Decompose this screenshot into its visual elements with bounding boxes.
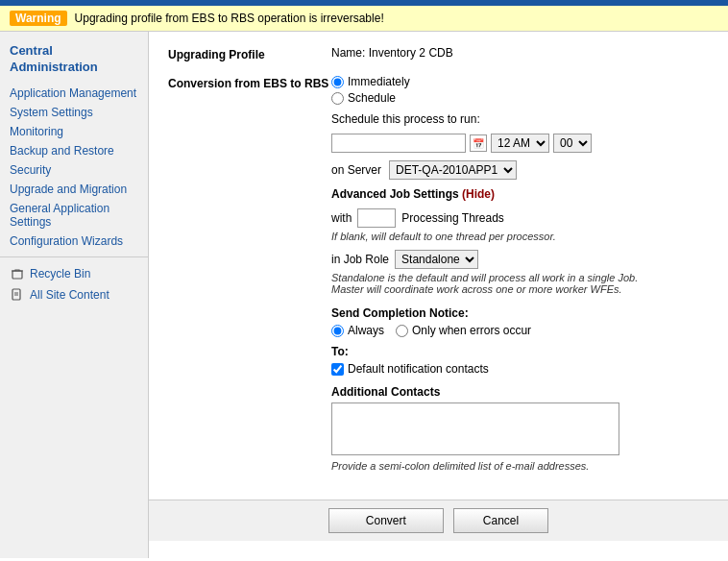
threads-hint: If blank, will default to one thread per… — [331, 231, 709, 242]
additional-contacts-label: Additional Contacts — [331, 385, 709, 399]
jobrole-select[interactable]: StandaloneMaster — [395, 250, 478, 269]
sidebar-item-application-management[interactable]: Application Management — [0, 84, 148, 103]
sidebar-item-security[interactable]: Security — [0, 160, 148, 180]
server-select[interactable]: DET-QA-2010APP1 — [389, 160, 517, 180]
radio-always-label[interactable]: Always — [331, 324, 384, 337]
default-contacts-label: Default notification contacts — [348, 362, 489, 376]
sidebar-item-monitoring[interactable]: Monitoring — [0, 122, 148, 141]
radio-errors-text: Only when errors occur — [412, 324, 531, 337]
conversion-row: Conversion from EBS to RBS Immediately S… — [168, 75, 709, 472]
server-label: on Server — [331, 163, 381, 177]
sidebar-item-all-site-label: All Site Content — [30, 288, 109, 302]
radio-always-text: Always — [348, 324, 384, 337]
additional-contacts-hint: Provide a semi-colon delimited list of e… — [331, 460, 709, 472]
server-row: on Server DET-QA-2010APP1 — [331, 160, 709, 180]
jobrole-row: in Job Role StandaloneMaster — [331, 250, 709, 269]
recycle-icon — [10, 266, 25, 281]
sidebar-item-general-application-settings[interactable]: General Application Settings — [0, 199, 148, 232]
completion-options: Always Only when errors occur — [331, 324, 709, 337]
send-completion-label: Send Completion Notice: — [331, 306, 709, 320]
conversion-options: Immediately Schedule Schedule this proce… — [331, 75, 709, 472]
time-hour-select[interactable]: 12 AM1 AM2 AM6 AM12 PM — [491, 134, 549, 153]
upgrading-profile-label: Upgrading Profile — [168, 46, 331, 61]
threads-label: Processing Threads — [401, 211, 504, 225]
conversion-label: Conversion from EBS to RBS — [168, 75, 331, 472]
advanced-hide-link[interactable]: (Hide) — [462, 187, 495, 201]
sidebar-item-recycle-bin[interactable]: Recycle Bin — [0, 263, 148, 284]
to-section: To: Default notification contacts — [331, 345, 709, 376]
sidebar-divider — [0, 256, 148, 257]
sidebar-item-all-site-content[interactable]: All Site Content — [0, 284, 148, 305]
sidebar-item-system-settings[interactable]: System Settings — [0, 103, 148, 122]
threads-input[interactable] — [357, 208, 396, 228]
radio-always[interactable] — [331, 325, 344, 337]
sidebar-item-configuration-wizards[interactable]: Configuration Wizards — [0, 232, 148, 251]
with-label: with — [331, 211, 352, 225]
sidebar-item-upgrade-migration[interactable]: Upgrade and Migration — [0, 180, 148, 199]
profile-name: Name: Inventory 2 CDB — [331, 46, 709, 61]
default-contacts-row: Default notification contacts — [331, 362, 709, 376]
footer-buttons: Convert Cancel — [149, 500, 728, 541]
default-contacts-checkbox[interactable] — [331, 363, 344, 376]
radio-errors-label[interactable]: Only when errors occur — [396, 324, 531, 337]
sidebar: Central Administration Application Manag… — [0, 32, 149, 558]
jobrole-hint-line1: Standalone is the default and will proce… — [331, 272, 709, 295]
document-icon — [10, 287, 25, 303]
advanced-job-settings-label: Advanced Job Settings (Hide) — [331, 187, 709, 201]
sidebar-item-backup-restore[interactable]: Backup and Restore — [0, 141, 148, 160]
time-minute-select[interactable]: 00153045 — [553, 134, 592, 153]
radio-schedule-text: Schedule — [348, 91, 396, 105]
radio-errors[interactable] — [396, 325, 408, 337]
radio-immediately[interactable] — [331, 76, 344, 88]
completion-section: Send Completion Notice: Always Only when… — [331, 306, 709, 337]
to-label: To: — [331, 345, 709, 358]
svg-rect-0 — [12, 271, 22, 279]
schedule-row: 📅 12 AM1 AM2 AM6 AM12 PM 00153045 — [331, 134, 709, 153]
sidebar-title: Central Administration — [0, 39, 148, 84]
radio-schedule-label[interactable]: Schedule — [331, 91, 709, 105]
warning-bar: Warning Upgrading profile from EBS to RB… — [0, 6, 728, 32]
threads-row: with Processing Threads — [331, 208, 709, 228]
additional-contacts-textarea[interactable] — [331, 402, 619, 455]
conversion-radio-group: Immediately Schedule — [331, 75, 709, 105]
additional-contacts-section: Additional Contacts Provide a semi-colon… — [331, 385, 709, 472]
radio-immediately-text: Immediately — [348, 75, 410, 88]
radio-immediately-label[interactable]: Immediately — [331, 75, 709, 88]
radio-schedule[interactable] — [331, 92, 344, 105]
jobrole-label: in Job Role — [331, 253, 389, 266]
calendar-icon[interactable]: 📅 — [470, 134, 487, 152]
warning-message: Upgrading profile from EBS to RBS operat… — [75, 12, 384, 25]
convert-button[interactable]: Convert — [328, 508, 444, 533]
warning-label: Warning — [10, 11, 67, 26]
schedule-section: Schedule this process to run: 📅 12 AM1 A… — [331, 112, 709, 153]
upgrading-profile-row: Upgrading Profile Name: Inventory 2 CDB — [168, 46, 709, 61]
schedule-process-label: Schedule this process to run: — [331, 112, 709, 126]
content-area: Upgrading Profile Name: Inventory 2 CDB … — [149, 32, 728, 558]
cancel-button[interactable]: Cancel — [453, 508, 548, 533]
schedule-date-input[interactable] — [331, 134, 466, 153]
sidebar-item-recycle-bin-label: Recycle Bin — [30, 267, 90, 280]
